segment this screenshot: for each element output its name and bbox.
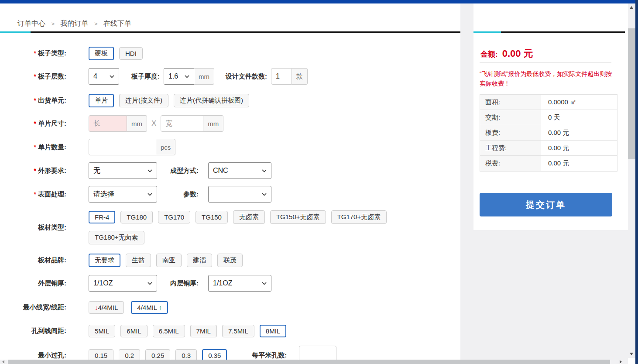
- content-gutter: [460, 3, 473, 364]
- material-brand-kingboard-button[interactable]: 建滔: [187, 254, 212, 267]
- board-type-label: *板子类型:: [0, 49, 66, 58]
- engineering-fee-value: 0.00 元: [541, 141, 617, 155]
- material-type-tg170-button[interactable]: TG170: [158, 211, 190, 223]
- material-type-tg180-halogen-free-button[interactable]: TG180+无卤素: [89, 231, 144, 244]
- surface-select[interactable]: 请选择: [89, 186, 157, 203]
- chevron-down-icon: [147, 169, 152, 172]
- material-brand-nanya-button[interactable]: 南亚: [156, 254, 182, 267]
- material-type-tg170-halogen-free-button[interactable]: TG170+无卤素: [331, 210, 387, 224]
- min-trace-down-button[interactable]: ↓4/4MIL: [89, 301, 124, 314]
- table-row: 板费: 0.00 元: [480, 125, 617, 141]
- chevron-down-icon: [147, 282, 152, 285]
- row-single-qty: *单片数量: pcs: [0, 139, 175, 155]
- hole-to-line-6p5mil-button[interactable]: 6.5MIL: [153, 325, 185, 337]
- board-fee-label: 板费:: [480, 125, 541, 140]
- leadtime-value: 0 天: [541, 110, 617, 125]
- ship-unit-panel-by-file-button[interactable]: 连片(按文件): [119, 94, 168, 107]
- tax-fee-value: 0.00 元: [541, 156, 617, 171]
- breadcrumb-order-center[interactable]: 订单中心: [17, 20, 45, 27]
- required-asterisk: *: [34, 73, 36, 80]
- scroll-up-icon[interactable]: [630, 6, 633, 9]
- surface-param-select[interactable]: [208, 186, 271, 203]
- board-type-rigid-button[interactable]: 硬板: [89, 47, 114, 60]
- ship-unit-panel-confirm-button[interactable]: 连片(代拼确认拼板图): [174, 94, 249, 107]
- vertical-scrollbar-thumb[interactable]: [628, 28, 635, 159]
- chevron-down-icon: [185, 75, 189, 78]
- forming-label: 成型方式:: [170, 167, 199, 175]
- outer-copper-select-value: 1/1OZ: [93, 279, 113, 287]
- hole-to-line-6mil-button[interactable]: 6MIL: [120, 325, 147, 337]
- thickness-select-value: 1.6: [168, 72, 178, 80]
- design-files-input[interactable]: [271, 68, 292, 85]
- single-qty-input[interactable]: [89, 139, 156, 155]
- min-trace-up-button[interactable]: 4/4MIL ↑: [131, 301, 168, 314]
- outline-select-value: 无: [93, 166, 100, 175]
- tax-fee-label: 税费:: [480, 156, 541, 171]
- row-outline: *外形要求: 无 成型方式: CNC: [0, 162, 271, 179]
- length-input[interactable]: [89, 115, 127, 132]
- board-type-hdi-button[interactable]: HDI: [119, 47, 143, 60]
- outer-copper-select[interactable]: 1/1OZ: [89, 275, 157, 292]
- hole-to-line-7mil-button[interactable]: 7MIL: [190, 325, 217, 337]
- layers-select[interactable]: 4: [89, 68, 119, 85]
- scroll-left-icon[interactable]: [2, 360, 4, 364]
- row-hole-to-line: 孔到线间距: 5MIL 6MIL 6.5MIL 7MIL 7.5MIL 8MIL: [0, 323, 286, 338]
- vertical-scrollbar[interactable]: [628, 3, 635, 358]
- thickness-unit: mm: [194, 68, 214, 85]
- single-size-label: *单片尺寸:: [0, 120, 66, 128]
- row-surface: *表面处理: 请选择 参数:: [0, 186, 271, 203]
- quote-notice: “飞针测试”报价为最低收费，如实际文件超出则按实际收费！: [480, 69, 616, 88]
- material-type-tg150-button[interactable]: TG150: [196, 211, 228, 223]
- hole-to-line-7p5mil-button[interactable]: 7.5MIL: [222, 325, 254, 337]
- quote-panel: 金额: 0.00 元 “飞针测试”报价为最低收费，如实际文件超出则按实际收费！ …: [473, 33, 628, 230]
- hole-to-line-8mil-button[interactable]: 8MIL: [260, 325, 286, 337]
- design-files-label: 设计文件款数:: [226, 72, 267, 81]
- window-edge: [635, 0, 638, 364]
- inner-copper-select[interactable]: 1/1OZ: [208, 275, 271, 292]
- row-single-size: *单片尺寸: mm X mm: [0, 115, 223, 132]
- amount-value: 0.00 元: [502, 47, 533, 60]
- row-copper: 外层铜厚: 1/1OZ 内层铜厚: 1/1OZ: [0, 275, 271, 292]
- horizontal-scrollbar-thumb[interactable]: [8, 360, 610, 364]
- min-via-label: 最小过孔:: [0, 351, 66, 360]
- hole-to-line-5mil-button[interactable]: 5MIL: [89, 325, 115, 337]
- horizontal-scrollbar[interactable]: [0, 360, 628, 364]
- row-material-brand: 板材品牌: 无要求 生益 南亚 建滔 联茂: [0, 253, 243, 268]
- scroll-down-icon[interactable]: [630, 353, 633, 355]
- board-fee-value: 0.00 元: [541, 125, 617, 140]
- leadtime-label: 交期:: [480, 110, 541, 125]
- amount-line: 金额: 0.00 元: [480, 47, 533, 60]
- material-brand-shengyi-button[interactable]: 生益: [126, 254, 151, 267]
- material-type-label: 板材类型:: [0, 223, 66, 232]
- outline-select[interactable]: 无: [89, 162, 157, 179]
- row-material-type: 板材类型: FR-4 TG180 TG170 TG150 无卤素 TG150+无…: [0, 209, 425, 246]
- row-min-trace: 最小线宽/线距: ↓4/4MIL 4/4MIL ↑: [0, 299, 168, 315]
- material-type-tg180-button[interactable]: TG180: [120, 211, 153, 223]
- submit-order-button[interactable]: 提交订单: [480, 193, 612, 216]
- scroll-right-icon[interactable]: [620, 360, 622, 364]
- surface-label: *表面处理:: [0, 190, 66, 199]
- material-brand-any-button[interactable]: 无要求: [89, 254, 120, 267]
- single-qty-unit: pcs: [156, 139, 175, 155]
- material-type-fr4-button[interactable]: FR-4: [89, 211, 115, 223]
- ship-unit-single-button[interactable]: 单片: [89, 94, 114, 107]
- required-asterisk: *: [34, 50, 36, 57]
- required-asterisk: *: [34, 97, 36, 104]
- width-unit: mm: [203, 115, 223, 132]
- material-type-tg150-halogen-free-button[interactable]: TG150+无卤素: [270, 210, 326, 224]
- required-asterisk: *: [34, 144, 36, 151]
- thickness-select[interactable]: 1.6: [164, 68, 194, 85]
- amount-label: 金额:: [480, 49, 498, 59]
- width-input[interactable]: [161, 115, 203, 132]
- table-row: 面积: 0.0000 ㎡: [480, 95, 617, 110]
- area-label: 面积:: [480, 95, 541, 110]
- row-layers: *板子层数: 4 板子厚度: 1.6 mm 设计文件款数: 款: [0, 68, 308, 85]
- breadcrumb-my-orders[interactable]: 我的订单: [61, 20, 89, 27]
- table-row: 工程费: 0.00 元: [480, 141, 617, 156]
- single-qty-label: *单片数量:: [0, 143, 66, 151]
- ship-unit-label: *出货单元:: [0, 96, 66, 105]
- material-brand-itequ-button[interactable]: 联茂: [217, 254, 243, 267]
- forming-select[interactable]: CNC: [208, 162, 271, 179]
- required-asterisk: *: [34, 167, 36, 174]
- material-type-halogen-free-button[interactable]: 无卤素: [233, 210, 265, 224]
